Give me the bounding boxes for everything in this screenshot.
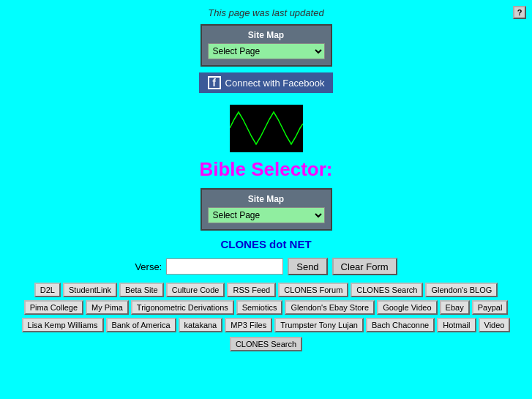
link-button-katakana[interactable]: katakana [179, 318, 223, 332]
links-section: D2LStudentLinkBeta SiteCulture CodeRSS F… [0, 283, 532, 332]
links-row-3: Lisa Kemp WilliamsBank of Americakatakan… [7, 318, 525, 332]
send-button[interactable]: Send [288, 258, 327, 275]
help-icon[interactable]: ? [513, 6, 526, 19]
clones-search-bottom-button[interactable]: CLONES Search [230, 337, 302, 351]
sitemap-select-2[interactable]: Select Page [208, 207, 325, 223]
last-updated-text: This page was last updated [208, 7, 323, 18]
link-button-bach-chaconne[interactable]: Bach Chaconne [366, 318, 435, 332]
clear-form-button[interactable]: Clear Form [332, 258, 397, 275]
link-button-clones-search[interactable]: CLONES Search [351, 283, 423, 297]
link-button-mp3-files[interactable]: MP3 Files [225, 318, 272, 332]
links-row-2: Pima CollegeMy PimaTrigonometric Derivat… [7, 300, 525, 315]
link-button-culture-code[interactable]: Culture Code [166, 283, 225, 297]
facebook-label: Connect with Facebook [225, 78, 325, 89]
sitemap-widget-2: Site Map Select Page [201, 188, 332, 231]
link-button-d2l[interactable]: D2L [34, 283, 61, 297]
sitemap-title-2: Site Map [208, 194, 325, 204]
sitemap-title-1: Site Map [208, 30, 325, 40]
wave-visualization [230, 105, 303, 152]
link-button-video[interactable]: Video [479, 318, 511, 332]
link-button-clones-forum[interactable]: CLONES Forum [278, 283, 348, 297]
bible-selector-title: Bible Selector: [199, 158, 332, 181]
link-button-lisa-kemp-williams[interactable]: Lisa Kemp Williams [22, 318, 104, 332]
link-button-hotmail[interactable]: Hotmail [437, 318, 476, 332]
link-button-google-video[interactable]: Google Video [377, 300, 437, 315]
link-button-glendon's-blog[interactable]: Glendon's BLOG [425, 283, 498, 297]
link-button-pima-college[interactable]: Pima College [24, 300, 83, 315]
link-button-trigonometric-derivations[interactable]: Trigonometric Derivations [131, 300, 234, 315]
link-button-semiotics[interactable]: Semiotics [236, 300, 283, 315]
verse-label: Verse: [135, 261, 162, 272]
link-button-glendon's-ebay-store[interactable]: Glendon's Ebay Store [285, 300, 375, 315]
verse-form-row: Verse: Send Clear Form [135, 258, 397, 275]
link-button-bank-of-america[interactable]: Bank of America [106, 318, 176, 332]
link-button-beta-site[interactable]: Beta Site [119, 283, 164, 297]
facebook-icon: f [208, 76, 221, 89]
link-button-my-pima[interactable]: My Pima [86, 300, 129, 315]
links-row-1: D2LStudentLinkBeta SiteCulture CodeRSS F… [7, 283, 525, 297]
svg-rect-0 [230, 105, 303, 152]
link-button-paypal[interactable]: Paypal [472, 300, 509, 315]
sitemap-select-1[interactable]: Select Page [208, 43, 325, 59]
link-button-trumpster-tony-lujan[interactable]: Trumpster Tony Lujan [274, 318, 364, 332]
sitemap-widget-1: Site Map Select Page [201, 24, 332, 67]
facebook-connect-button[interactable]: f Connect with Facebook [199, 72, 334, 93]
link-button-rss-feed[interactable]: RSS Feed [227, 283, 276, 297]
link-button-ebay[interactable]: Ebay [440, 300, 470, 315]
verse-input[interactable] [166, 258, 283, 275]
clones-dot-net-label: CLONES dot NET [220, 238, 311, 250]
link-button-studentlink[interactable]: StudentLink [63, 283, 117, 297]
